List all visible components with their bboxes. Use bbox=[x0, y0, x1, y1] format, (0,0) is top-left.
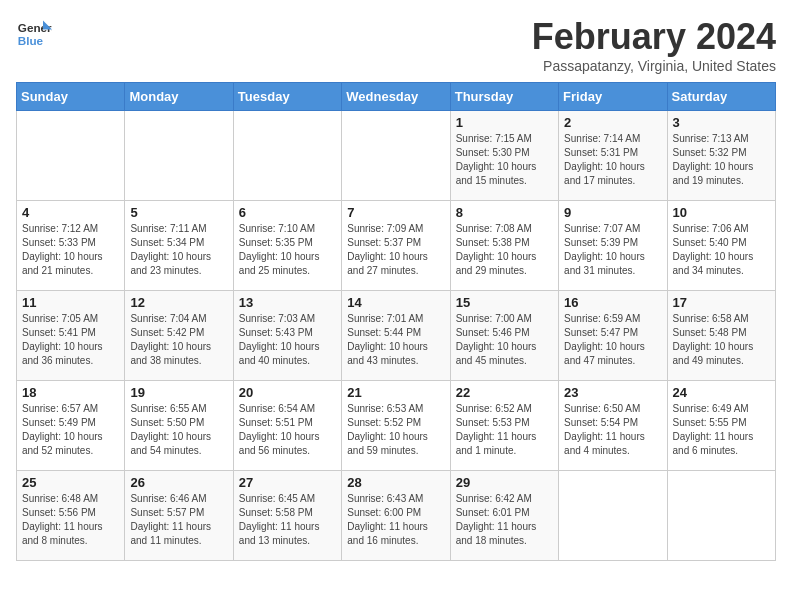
day-number: 5 bbox=[130, 205, 227, 220]
logo: General Blue bbox=[16, 16, 52, 52]
day-info: Sunrise: 6:48 AM Sunset: 5:56 PM Dayligh… bbox=[22, 492, 119, 548]
day-number: 4 bbox=[22, 205, 119, 220]
day-number: 12 bbox=[130, 295, 227, 310]
day-info: Sunrise: 7:06 AM Sunset: 5:40 PM Dayligh… bbox=[673, 222, 770, 278]
calendar-cell: 15Sunrise: 7:00 AM Sunset: 5:46 PM Dayli… bbox=[450, 291, 558, 381]
day-number: 8 bbox=[456, 205, 553, 220]
calendar-cell: 7Sunrise: 7:09 AM Sunset: 5:37 PM Daylig… bbox=[342, 201, 450, 291]
day-info: Sunrise: 6:49 AM Sunset: 5:55 PM Dayligh… bbox=[673, 402, 770, 458]
day-info: Sunrise: 6:50 AM Sunset: 5:54 PM Dayligh… bbox=[564, 402, 661, 458]
day-info: Sunrise: 7:01 AM Sunset: 5:44 PM Dayligh… bbox=[347, 312, 444, 368]
calendar-cell: 5Sunrise: 7:11 AM Sunset: 5:34 PM Daylig… bbox=[125, 201, 233, 291]
title-area: February 2024 Passapatanzy, Virginia, Un… bbox=[532, 16, 776, 74]
weekday-header-monday: Monday bbox=[125, 83, 233, 111]
subtitle: Passapatanzy, Virginia, United States bbox=[532, 58, 776, 74]
calendar-cell: 1Sunrise: 7:15 AM Sunset: 5:30 PM Daylig… bbox=[450, 111, 558, 201]
day-number: 27 bbox=[239, 475, 336, 490]
header: General Blue February 2024 Passapatanzy,… bbox=[16, 16, 776, 74]
day-info: Sunrise: 7:10 AM Sunset: 5:35 PM Dayligh… bbox=[239, 222, 336, 278]
calendar-cell: 11Sunrise: 7:05 AM Sunset: 5:41 PM Dayli… bbox=[17, 291, 125, 381]
day-number: 14 bbox=[347, 295, 444, 310]
day-number: 3 bbox=[673, 115, 770, 130]
calendar-week-row: 18Sunrise: 6:57 AM Sunset: 5:49 PM Dayli… bbox=[17, 381, 776, 471]
weekday-header-saturday: Saturday bbox=[667, 83, 775, 111]
day-number: 28 bbox=[347, 475, 444, 490]
day-number: 21 bbox=[347, 385, 444, 400]
calendar-cell: 14Sunrise: 7:01 AM Sunset: 5:44 PM Dayli… bbox=[342, 291, 450, 381]
day-number: 22 bbox=[456, 385, 553, 400]
day-number: 7 bbox=[347, 205, 444, 220]
calendar-cell: 22Sunrise: 6:52 AM Sunset: 5:53 PM Dayli… bbox=[450, 381, 558, 471]
day-number: 20 bbox=[239, 385, 336, 400]
day-number: 1 bbox=[456, 115, 553, 130]
weekday-header-thursday: Thursday bbox=[450, 83, 558, 111]
logo-icon: General Blue bbox=[16, 16, 52, 52]
calendar-cell: 8Sunrise: 7:08 AM Sunset: 5:38 PM Daylig… bbox=[450, 201, 558, 291]
day-number: 23 bbox=[564, 385, 661, 400]
calendar-week-row: 11Sunrise: 7:05 AM Sunset: 5:41 PM Dayli… bbox=[17, 291, 776, 381]
svg-text:Blue: Blue bbox=[18, 34, 44, 47]
day-info: Sunrise: 7:11 AM Sunset: 5:34 PM Dayligh… bbox=[130, 222, 227, 278]
calendar-cell: 27Sunrise: 6:45 AM Sunset: 5:58 PM Dayli… bbox=[233, 471, 341, 561]
calendar-cell: 19Sunrise: 6:55 AM Sunset: 5:50 PM Dayli… bbox=[125, 381, 233, 471]
weekday-header-tuesday: Tuesday bbox=[233, 83, 341, 111]
day-number: 24 bbox=[673, 385, 770, 400]
calendar-table: SundayMondayTuesdayWednesdayThursdayFrid… bbox=[16, 82, 776, 561]
calendar-cell: 16Sunrise: 6:59 AM Sunset: 5:47 PM Dayli… bbox=[559, 291, 667, 381]
day-info: Sunrise: 6:42 AM Sunset: 6:01 PM Dayligh… bbox=[456, 492, 553, 548]
day-number: 29 bbox=[456, 475, 553, 490]
calendar-cell: 21Sunrise: 6:53 AM Sunset: 5:52 PM Dayli… bbox=[342, 381, 450, 471]
day-info: Sunrise: 7:04 AM Sunset: 5:42 PM Dayligh… bbox=[130, 312, 227, 368]
day-number: 11 bbox=[22, 295, 119, 310]
calendar-cell: 28Sunrise: 6:43 AM Sunset: 6:00 PM Dayli… bbox=[342, 471, 450, 561]
day-number: 2 bbox=[564, 115, 661, 130]
day-number: 26 bbox=[130, 475, 227, 490]
day-info: Sunrise: 6:55 AM Sunset: 5:50 PM Dayligh… bbox=[130, 402, 227, 458]
day-info: Sunrise: 7:13 AM Sunset: 5:32 PM Dayligh… bbox=[673, 132, 770, 188]
calendar-cell: 13Sunrise: 7:03 AM Sunset: 5:43 PM Dayli… bbox=[233, 291, 341, 381]
calendar-cell bbox=[17, 111, 125, 201]
weekday-header-sunday: Sunday bbox=[17, 83, 125, 111]
calendar-week-row: 25Sunrise: 6:48 AM Sunset: 5:56 PM Dayli… bbox=[17, 471, 776, 561]
day-number: 19 bbox=[130, 385, 227, 400]
weekday-header-row: SundayMondayTuesdayWednesdayThursdayFrid… bbox=[17, 83, 776, 111]
calendar-cell: 20Sunrise: 6:54 AM Sunset: 5:51 PM Dayli… bbox=[233, 381, 341, 471]
day-number: 15 bbox=[456, 295, 553, 310]
day-number: 16 bbox=[564, 295, 661, 310]
calendar-cell: 17Sunrise: 6:58 AM Sunset: 5:48 PM Dayli… bbox=[667, 291, 775, 381]
day-number: 6 bbox=[239, 205, 336, 220]
day-info: Sunrise: 6:54 AM Sunset: 5:51 PM Dayligh… bbox=[239, 402, 336, 458]
calendar-cell bbox=[125, 111, 233, 201]
day-info: Sunrise: 7:14 AM Sunset: 5:31 PM Dayligh… bbox=[564, 132, 661, 188]
day-info: Sunrise: 7:07 AM Sunset: 5:39 PM Dayligh… bbox=[564, 222, 661, 278]
calendar-week-row: 4Sunrise: 7:12 AM Sunset: 5:33 PM Daylig… bbox=[17, 201, 776, 291]
calendar-cell: 9Sunrise: 7:07 AM Sunset: 5:39 PM Daylig… bbox=[559, 201, 667, 291]
day-info: Sunrise: 6:59 AM Sunset: 5:47 PM Dayligh… bbox=[564, 312, 661, 368]
day-number: 9 bbox=[564, 205, 661, 220]
day-info: Sunrise: 6:43 AM Sunset: 6:00 PM Dayligh… bbox=[347, 492, 444, 548]
calendar-cell: 4Sunrise: 7:12 AM Sunset: 5:33 PM Daylig… bbox=[17, 201, 125, 291]
day-info: Sunrise: 6:45 AM Sunset: 5:58 PM Dayligh… bbox=[239, 492, 336, 548]
calendar-cell bbox=[233, 111, 341, 201]
calendar-cell: 2Sunrise: 7:14 AM Sunset: 5:31 PM Daylig… bbox=[559, 111, 667, 201]
day-info: Sunrise: 6:52 AM Sunset: 5:53 PM Dayligh… bbox=[456, 402, 553, 458]
day-info: Sunrise: 7:00 AM Sunset: 5:46 PM Dayligh… bbox=[456, 312, 553, 368]
calendar-cell: 24Sunrise: 6:49 AM Sunset: 5:55 PM Dayli… bbox=[667, 381, 775, 471]
calendar-cell bbox=[667, 471, 775, 561]
calendar-cell bbox=[342, 111, 450, 201]
calendar-cell: 12Sunrise: 7:04 AM Sunset: 5:42 PM Dayli… bbox=[125, 291, 233, 381]
weekday-header-wednesday: Wednesday bbox=[342, 83, 450, 111]
calendar-cell: 23Sunrise: 6:50 AM Sunset: 5:54 PM Dayli… bbox=[559, 381, 667, 471]
day-info: Sunrise: 6:46 AM Sunset: 5:57 PM Dayligh… bbox=[130, 492, 227, 548]
day-number: 10 bbox=[673, 205, 770, 220]
day-info: Sunrise: 7:08 AM Sunset: 5:38 PM Dayligh… bbox=[456, 222, 553, 278]
day-info: Sunrise: 7:09 AM Sunset: 5:37 PM Dayligh… bbox=[347, 222, 444, 278]
main-title: February 2024 bbox=[532, 16, 776, 58]
calendar-cell bbox=[559, 471, 667, 561]
day-info: Sunrise: 6:57 AM Sunset: 5:49 PM Dayligh… bbox=[22, 402, 119, 458]
calendar-cell: 29Sunrise: 6:42 AM Sunset: 6:01 PM Dayli… bbox=[450, 471, 558, 561]
calendar-cell: 26Sunrise: 6:46 AM Sunset: 5:57 PM Dayli… bbox=[125, 471, 233, 561]
calendar-cell: 3Sunrise: 7:13 AM Sunset: 5:32 PM Daylig… bbox=[667, 111, 775, 201]
day-info: Sunrise: 6:58 AM Sunset: 5:48 PM Dayligh… bbox=[673, 312, 770, 368]
day-number: 18 bbox=[22, 385, 119, 400]
